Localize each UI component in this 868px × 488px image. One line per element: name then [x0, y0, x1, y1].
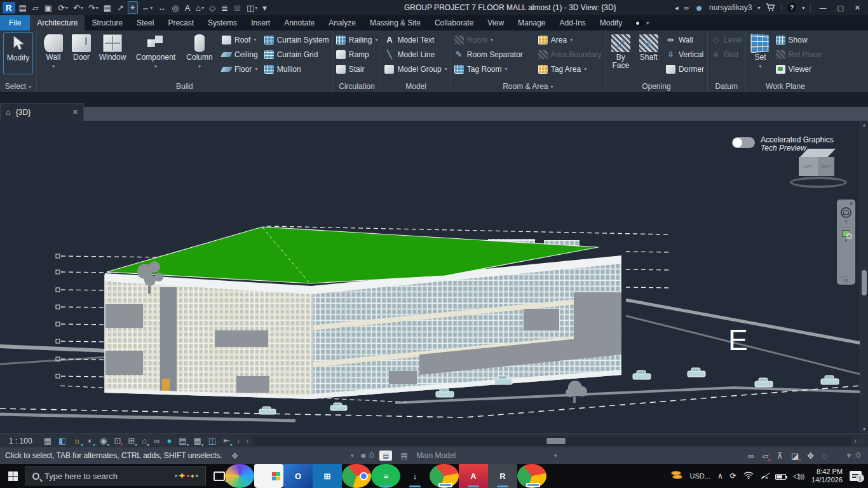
tab-file[interactable]: File [0, 15, 30, 30]
curtain-grid-button[interactable]: Curtain Grid [264, 47, 329, 62]
taskbar-search[interactable]: Type here to search ✦✦ [25, 466, 206, 485]
help-dropdown-icon[interactable]: ▾ [802, 5, 804, 11]
viewcube-right-face[interactable]: RIGHT [818, 157, 834, 176]
select-pinned-toggle[interactable]: ⊼ [777, 452, 783, 460]
wall-button[interactable]: Wall▾ [40, 32, 67, 71]
drawing-area[interactable]: E Accelerated Graphics Tech Preview LEFT… [0, 121, 868, 433]
tab-structure[interactable]: Structure [85, 15, 130, 30]
chrome-icon-2[interactable] [430, 464, 459, 488]
status-chevron-icon[interactable]: ▾ [351, 452, 354, 459]
sync-with-central-icon[interactable]: ⟳▾ [56, 1, 70, 14]
detail-level-icon[interactable]: ▦ [44, 437, 51, 445]
filter-control[interactable]: ▼ :0 [845, 451, 860, 460]
viewcube-top-face[interactable] [800, 149, 836, 157]
help-icon[interactable]: ? [787, 3, 796, 12]
modify-button[interactable]: Modify [3, 32, 33, 74]
redo-icon[interactable]: ↷▾ [86, 1, 100, 14]
displacement-icon[interactable]: ◫ [208, 437, 216, 445]
app-menu-button[interactable]: R [3, 2, 15, 13]
notifications-icon[interactable]: 1 [850, 471, 862, 481]
railing-button[interactable]: Railing▾ [336, 32, 378, 47]
select-links-toggle[interactable]: ∞ [748, 452, 754, 460]
task-view-button[interactable] [214, 471, 225, 481]
show-analytical-model-icon[interactable]: ▦● [194, 437, 201, 445]
horizontal-scrollbar[interactable] [254, 437, 851, 445]
revit-icon[interactable]: R [488, 464, 517, 488]
scale-button[interactable]: 1 : 100 [9, 437, 32, 445]
component-button[interactable]: Component▾ [132, 32, 180, 71]
view-tab-3d[interactable]: ⌂ {3D} ✕ [0, 103, 84, 121]
tab-addins[interactable]: Add-Ins [552, 15, 592, 30]
tab-view[interactable]: View [480, 15, 511, 30]
minimize-button[interactable]: — [817, 4, 829, 11]
wifi-icon[interactable] [743, 471, 754, 481]
clock[interactable]: 8:42 PM 14/1/2026 [811, 468, 843, 484]
horizontal-scroll-thumb[interactable] [546, 438, 566, 444]
room-area-panel-label[interactable]: Room & Area▾ [451, 81, 605, 92]
worksets-icon[interactable]: ☻:0 [360, 451, 374, 460]
restore-button[interactable]: ▢ [834, 4, 846, 12]
select-underlay-toggle[interactable]: ▱✕ [763, 452, 769, 460]
design-option-dropdown-icon[interactable]: ▾ [554, 452, 557, 459]
tab-manage[interactable]: Manage [511, 15, 552, 30]
collapse-icon[interactable]: ◂ [675, 4, 679, 12]
dormer-button[interactable]: Dormer [666, 62, 704, 76]
elevation-marker[interactable]: E [728, 323, 748, 356]
accelerated-graphics-toggle[interactable] [732, 137, 755, 148]
outlook-icon[interactable]: O [283, 464, 313, 488]
set-work-plane-button[interactable]: Set▾ [749, 32, 772, 71]
viewcube-compass-ring[interactable] [790, 177, 847, 188]
curtain-system-button[interactable]: Curtain System [264, 32, 329, 47]
lock-3d-view-icon[interactable]: ⌂● [142, 437, 147, 445]
vcb-expand-icon[interactable]: ‹ [237, 437, 240, 445]
tab-analyze[interactable]: Analyze [322, 15, 363, 30]
tab-modify[interactable]: Modify [593, 15, 629, 30]
tag-room-button[interactable]: Tag Room▾ [454, 62, 536, 76]
show-work-plane-button[interactable]: Show [776, 32, 822, 47]
copilot-icon[interactable] [225, 464, 254, 488]
company-portal-icon[interactable]: ⊞ [313, 464, 342, 488]
viewer-button[interactable]: Viewer [776, 62, 822, 76]
close-inactive-windows-icon[interactable]: ⊠ [232, 1, 243, 14]
volume-icon[interactable]: ◁))) [793, 471, 804, 480]
vertical-opening-button[interactable]: ⇳Vertical [666, 47, 704, 62]
export-icon[interactable]: ↗ [115, 1, 126, 14]
text-icon[interactable]: A [183, 1, 193, 14]
hscroll-right-icon[interactable]: › [854, 437, 857, 445]
measure-icon[interactable]: ⇔▾ [139, 1, 154, 14]
undo-icon[interactable]: ↶▾ [71, 1, 85, 14]
visual-style-icon[interactable]: ◧ [58, 437, 66, 445]
user-dropdown-icon[interactable]: ▾ [757, 5, 760, 11]
tab-steel[interactable]: Steel [130, 15, 161, 30]
username[interactable]: nursyafikay3 [709, 3, 752, 12]
ribbon-display-toggle[interactable]: ▾ [629, 15, 654, 30]
tray-chevron-icon[interactable]: ∧ [717, 471, 723, 480]
tab-annotate[interactable]: Annotate [277, 15, 322, 30]
opening-by-face-button[interactable]: ⤢ByFace [609, 32, 633, 70]
floor-button[interactable]: Floor▾ [222, 62, 258, 76]
navbar-close-icon[interactable]: ✕ [849, 201, 853, 207]
vertical-scrollbar[interactable]: ▴ ▾ [860, 121, 868, 433]
temporary-view-properties-icon[interactable]: ▤● [179, 437, 186, 445]
default-3d-view-icon[interactable]: ⌂▾ [194, 1, 206, 14]
reveal-hidden-elements-icon[interactable]: ● [166, 437, 172, 445]
viewcube[interactable]: LEFT RIGHT [790, 147, 851, 192]
battery-icon[interactable] [775, 474, 786, 480]
customize-qat-icon[interactable]: ▾ [261, 1, 269, 14]
scroll-down-icon[interactable]: ▾ [860, 426, 868, 432]
tab-systems[interactable]: Systems [201, 15, 244, 30]
tab-insert[interactable]: Insert [244, 15, 277, 30]
design-options-icon[interactable]: ▤ [398, 451, 410, 461]
autocad-icon[interactable]: A [459, 464, 488, 488]
reveal-constraints-icon[interactable]: ⇤● [223, 437, 230, 445]
ceiling-button[interactable]: Ceiling [222, 47, 258, 62]
background-processes-icon[interactable]: ◌ [822, 452, 827, 460]
wall-opening-button[interactable]: ⇹Wall [666, 32, 704, 47]
select-by-face-toggle[interactable]: ◪✕ [791, 452, 799, 460]
area-button[interactable]: Area▾ [538, 32, 602, 47]
editable-only-icon[interactable]: ▤ [379, 451, 392, 461]
thin-lines-icon[interactable]: ≣ [219, 1, 231, 14]
door-button[interactable]: Door [69, 32, 93, 62]
currency-widget-icon[interactable] [670, 470, 683, 482]
zoom-tool-icon[interactable] [842, 230, 850, 237]
